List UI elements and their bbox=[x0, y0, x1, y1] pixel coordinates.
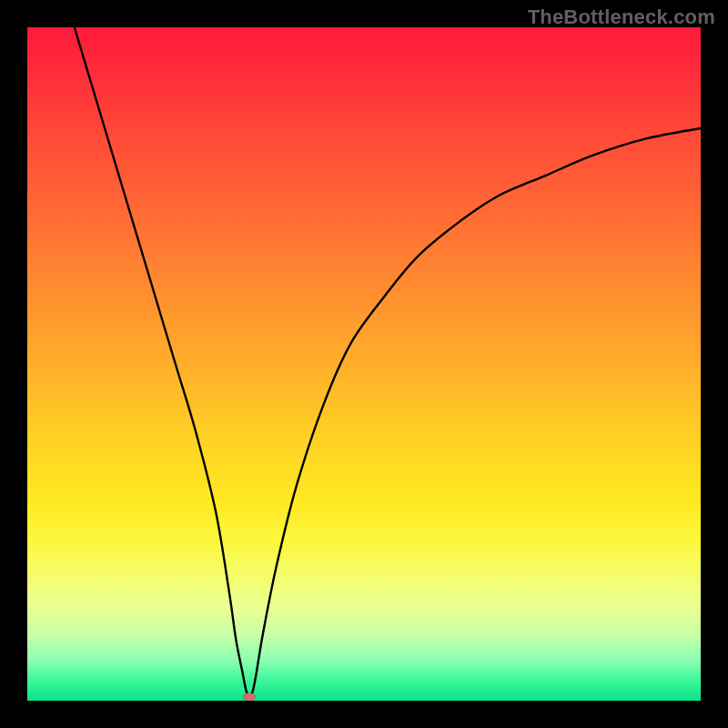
optimal-point-marker bbox=[243, 693, 256, 701]
bottleneck-curve bbox=[27, 27, 701, 701]
chart-frame: TheBottleneck.com bbox=[0, 0, 728, 728]
watermark-label: TheBottleneck.com bbox=[528, 5, 715, 29]
plot-area bbox=[27, 27, 701, 701]
